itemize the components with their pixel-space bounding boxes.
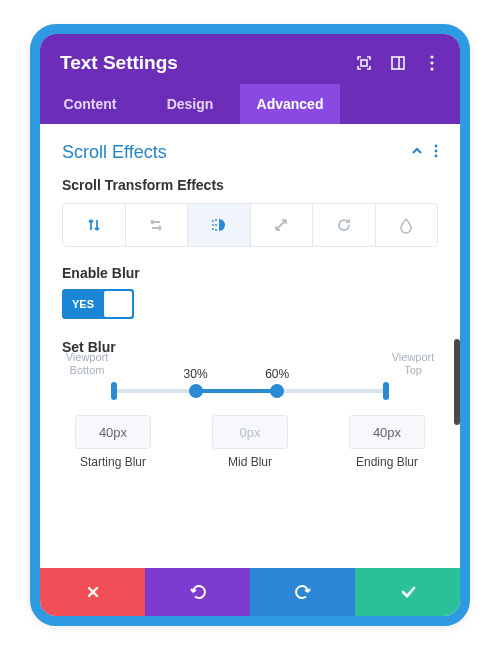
slider-endcap-right[interactable] bbox=[383, 382, 389, 400]
starting-blur-input[interactable]: 40px bbox=[75, 415, 151, 449]
toggle-value: YES bbox=[64, 298, 104, 310]
svg-point-5 bbox=[430, 67, 433, 70]
expand-icon[interactable] bbox=[356, 55, 372, 71]
tab-design[interactable]: Design bbox=[140, 84, 240, 124]
set-blur-label: Set Blur bbox=[62, 339, 438, 355]
toggle-knob bbox=[104, 291, 132, 317]
effect-blur[interactable] bbox=[188, 204, 251, 246]
svg-point-6 bbox=[435, 145, 438, 148]
svg-point-11 bbox=[212, 228, 214, 230]
mid-blur-label: Mid Blur bbox=[205, 455, 295, 470]
kebab-menu-icon[interactable] bbox=[424, 55, 440, 71]
svg-rect-1 bbox=[392, 57, 404, 69]
starting-blur-label: Starting Blur bbox=[68, 455, 158, 470]
panel-layout-icon[interactable] bbox=[390, 55, 406, 71]
cancel-button[interactable] bbox=[40, 568, 145, 616]
tab-advanced[interactable]: Advanced bbox=[240, 84, 340, 124]
svg-point-7 bbox=[435, 150, 438, 153]
svg-point-4 bbox=[430, 61, 433, 64]
slider-handle-1[interactable] bbox=[189, 384, 203, 398]
effect-fade[interactable] bbox=[376, 204, 438, 246]
svg-point-12 bbox=[215, 219, 217, 221]
starting-blur-col: 40px Starting Blur bbox=[68, 415, 158, 470]
section-menu-icon[interactable] bbox=[434, 144, 438, 161]
effect-vertical-motion[interactable] bbox=[63, 204, 126, 246]
settings-panel: Text Settings bbox=[30, 24, 470, 626]
header-row: Text Settings bbox=[60, 52, 440, 74]
enable-blur-label: Enable Blur bbox=[62, 265, 438, 281]
svg-point-10 bbox=[212, 224, 214, 226]
scrollbar-thumb[interactable] bbox=[454, 339, 460, 425]
effect-horizontal-motion[interactable] bbox=[126, 204, 189, 246]
slider-track[interactable]: 30% 60% bbox=[114, 389, 386, 393]
svg-point-13 bbox=[215, 224, 217, 226]
svg-point-3 bbox=[430, 55, 433, 58]
mid-blur-col: 0px Mid Blur bbox=[205, 415, 295, 470]
slider-fill bbox=[196, 389, 278, 393]
section-header: Scroll Effects bbox=[62, 142, 438, 163]
ending-blur-col: 40px Ending Blur bbox=[342, 415, 432, 470]
handle-1-label: 30% bbox=[184, 367, 208, 381]
svg-point-9 bbox=[212, 220, 214, 222]
svg-point-8 bbox=[435, 155, 438, 158]
svg-point-14 bbox=[215, 229, 217, 231]
ending-blur-label: Ending Blur bbox=[342, 455, 432, 470]
viewport-top-label: Viewport Top bbox=[386, 351, 440, 377]
mid-blur-input[interactable]: 0px bbox=[212, 415, 288, 449]
handle-2-label: 60% bbox=[265, 367, 289, 381]
redo-button[interactable] bbox=[250, 568, 355, 616]
svg-rect-0 bbox=[361, 60, 367, 66]
transform-effects-label: Scroll Transform Effects bbox=[62, 177, 438, 193]
enable-blur-toggle[interactable]: YES bbox=[62, 289, 134, 319]
section-header-icons bbox=[410, 144, 438, 162]
tab-content[interactable]: Content bbox=[40, 84, 140, 124]
blur-value-row: 40px Starting Blur 0px Mid Blur 40px End… bbox=[68, 415, 432, 470]
footer-actions bbox=[40, 568, 460, 616]
ending-blur-input[interactable]: 40px bbox=[349, 415, 425, 449]
effect-rotate[interactable] bbox=[313, 204, 376, 246]
tab-bar: Content Design Advanced bbox=[40, 84, 460, 124]
panel-title: Text Settings bbox=[60, 52, 178, 74]
panel-header: Text Settings bbox=[40, 34, 460, 84]
undo-button[interactable] bbox=[145, 568, 250, 616]
panel-body: Scroll Effects Scroll Transform Effects bbox=[40, 124, 460, 554]
collapse-icon[interactable] bbox=[410, 144, 424, 162]
blur-slider: Viewport Bottom Viewport Top 30% 60% 40p… bbox=[62, 365, 438, 470]
header-action-icons bbox=[356, 55, 440, 71]
slider-handle-2[interactable] bbox=[270, 384, 284, 398]
viewport-bottom-label: Viewport Bottom bbox=[60, 351, 114, 377]
effect-scale[interactable] bbox=[251, 204, 314, 246]
slider-endcap-left[interactable] bbox=[111, 382, 117, 400]
effect-toggle-row bbox=[62, 203, 438, 247]
save-button[interactable] bbox=[355, 568, 460, 616]
section-title: Scroll Effects bbox=[62, 142, 167, 163]
